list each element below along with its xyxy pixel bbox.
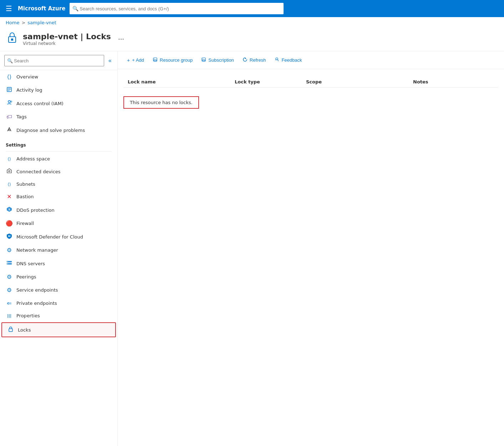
sidebar-item-tags[interactable]: 🏷 Tags <box>0 110 117 123</box>
subscription-icon <box>201 57 206 63</box>
service-endpoints-icon: ⚙ <box>6 287 13 293</box>
dns-servers-icon <box>6 260 13 267</box>
sidebar-item-diagnose-label: Diagnose and solve problems <box>16 128 85 133</box>
breadcrumb-separator: > <box>21 20 25 25</box>
column-notes: Notes <box>413 79 494 84</box>
sidebar-item-defender[interactable]: M Microsoft Defender for Cloud <box>0 230 117 243</box>
sidebar-item-bastion-label: Bastion <box>16 194 34 199</box>
sidebar-item-diagnose[interactable]: Diagnose and solve problems <box>0 123 117 137</box>
svg-text:M: M <box>8 235 11 238</box>
refresh-icon <box>243 57 248 63</box>
resource-title: sample-vnet | Locks <box>23 32 111 41</box>
access-control-icon <box>6 100 13 107</box>
sidebar-item-private-endpoints[interactable]: ⇐ Private endpoints <box>0 297 117 310</box>
column-scope: Scope <box>306 79 413 84</box>
resource-subtitle: Virtual network <box>23 41 111 46</box>
svg-rect-1 <box>11 39 13 41</box>
diagnose-icon <box>6 127 13 134</box>
hamburger-menu-icon[interactable]: ☰ <box>4 3 14 14</box>
content-area: 🔍 « ⟨⟩ Overview Activity log <box>0 51 504 446</box>
sidebar-item-peerings-label: Peerings <box>16 274 36 280</box>
top-navigation-bar: ☰ Microsoft Azure 🔍 <box>0 0 504 17</box>
private-endpoints-icon: ⇐ <box>6 300 13 307</box>
add-button[interactable]: + + Add <box>123 55 148 65</box>
main-content: + + Add Resource group Subscription <box>118 51 504 446</box>
toolbar: + + Add Resource group Subscription <box>118 51 504 69</box>
sidebar-item-peerings[interactable]: ⚙ Peerings <box>0 270 117 283</box>
ddos-icon: S <box>6 206 13 214</box>
page-container: Home > sample-vnet sample-vnet | Locks V… <box>0 17 504 446</box>
global-search-input[interactable] <box>70 3 284 14</box>
breadcrumb-home[interactable]: Home <box>6 20 19 25</box>
sidebar-item-connected-devices[interactable]: Connected devices <box>0 165 117 178</box>
collapse-sidebar-button[interactable]: « <box>107 56 113 65</box>
sidebar-item-locks[interactable]: Locks <box>1 322 116 337</box>
sidebar-item-network-manager[interactable]: ⚙ Network manager <box>0 243 117 257</box>
sidebar-item-address-space[interactable]: ⟨⟩ Address space <box>0 153 117 165</box>
sidebar-item-ddos[interactable]: S DDoS protection <box>0 203 117 217</box>
bastion-icon: ✕ <box>6 193 13 200</box>
sidebar-item-firewall[interactable]: 🔴 Firewall <box>0 217 117 230</box>
svg-text:S: S <box>8 208 10 211</box>
svg-rect-18 <box>154 60 156 61</box>
sidebar-item-bastion[interactable]: ✕ Bastion <box>0 190 117 203</box>
locks-icon <box>7 326 14 333</box>
sidebar-item-properties-label: Properties <box>16 313 40 318</box>
sidebar-item-firewall-label: Firewall <box>16 221 34 226</box>
sidebar-item-ddos-label: DDoS protection <box>16 207 55 213</box>
column-lock-name: Lock name <box>128 79 235 84</box>
feedback-icon <box>274 57 279 63</box>
breadcrumb: Home > sample-vnet <box>0 17 504 28</box>
address-space-icon: ⟨⟩ <box>6 157 13 162</box>
sidebar-item-dns-servers-label: DNS servers <box>16 261 45 266</box>
sidebar-item-service-endpoints[interactable]: ⚙ Service endpoints <box>0 283 117 297</box>
sidebar-item-locks-label: Locks <box>18 327 31 333</box>
azure-logo: Microsoft Azure <box>18 5 65 12</box>
column-lock-type: Lock type <box>235 79 306 84</box>
sidebar-item-activity-log[interactable]: Activity log <box>0 83 117 97</box>
add-icon: + <box>127 57 130 63</box>
refresh-label: Refresh <box>250 57 266 63</box>
network-manager-icon: ⚙ <box>6 247 13 253</box>
sidebar-item-properties[interactable]: ||| Properties <box>0 310 117 322</box>
sidebar-item-subnets-label: Subnets <box>16 181 35 187</box>
more-options-icon[interactable]: ··· <box>115 34 127 44</box>
resource-lock-icon <box>6 31 19 47</box>
sidebar-item-access-control[interactable]: Access control (IAM) <box>0 97 117 110</box>
firewall-icon: 🔴 <box>6 220 13 227</box>
overview-icon: ⟨⟩ <box>6 73 13 80</box>
sidebar-item-network-manager-label: Network manager <box>16 247 58 253</box>
svg-rect-16 <box>9 329 12 332</box>
table-header: Lock name Lock type Scope Notes <box>123 76 498 88</box>
sidebar-item-subnets[interactable]: ⟨⟩ Subnets <box>0 178 117 190</box>
sidebar-item-dns-servers[interactable]: DNS servers <box>0 257 117 270</box>
sidebar-item-overview[interactable]: ⟨⟩ Overview <box>0 70 117 83</box>
settings-header: Settings <box>0 137 117 150</box>
resource-group-button[interactable]: Resource group <box>149 55 197 65</box>
resource-group-icon <box>153 57 158 63</box>
settings-divider <box>6 151 112 152</box>
sidebar-item-service-endpoints-label: Service endpoints <box>16 287 58 293</box>
subscription-button[interactable]: Subscription <box>198 55 238 65</box>
sidebar-item-defender-label: Microsoft Defender for Cloud <box>16 234 83 240</box>
svg-point-14 <box>7 261 8 262</box>
sidebar-item-access-control-label: Access control (IAM) <box>16 101 63 106</box>
resource-header-text: sample-vnet | Locks Virtual network <box>23 32 111 46</box>
activity-log-icon <box>6 87 13 93</box>
refresh-button[interactable]: Refresh <box>239 55 270 65</box>
breadcrumb-resource[interactable]: sample-vnet <box>27 20 56 25</box>
svg-point-15 <box>7 263 8 264</box>
resource-group-label: Resource group <box>160 57 193 63</box>
feedback-button[interactable]: Feedback <box>271 55 305 65</box>
subnets-icon: ⟨⟩ <box>6 182 13 187</box>
sidebar-search-row: 🔍 « <box>0 51 117 70</box>
feedback-label: Feedback <box>281 57 302 63</box>
sidebar-item-address-space-label: Address space <box>16 156 50 162</box>
sidebar-search-input[interactable] <box>4 55 104 66</box>
svg-point-8 <box>9 129 10 131</box>
sidebar: 🔍 « ⟨⟩ Overview Activity log <box>0 51 118 446</box>
sidebar-item-private-endpoints-label: Private endpoints <box>16 301 57 306</box>
defender-icon: M <box>6 233 13 240</box>
resource-header: sample-vnet | Locks Virtual network ··· <box>0 28 504 51</box>
svg-rect-20 <box>203 60 205 61</box>
